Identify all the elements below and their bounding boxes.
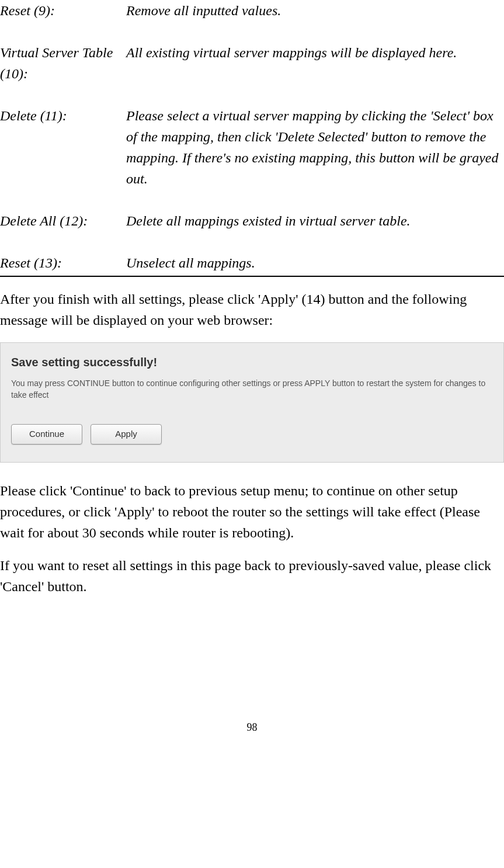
definition-description: Unselect all mappings.: [126, 252, 504, 273]
dialog-text: You may press CONTINUE button to continu…: [11, 378, 493, 401]
definition-description: All existing virtual server mappings wil…: [126, 42, 504, 84]
save-dialog-figure: Save setting successfully! You may press…: [0, 342, 504, 463]
dialog-title: Save setting successfully!: [11, 353, 493, 371]
definition-description: Remove all inputted values.: [126, 0, 504, 21]
definition-term: Delete (11):: [0, 105, 126, 189]
paragraph-continue-info: Please click 'Continue' to back to previ…: [0, 480, 504, 543]
definition-term: Reset (9):: [0, 0, 126, 21]
definition-description: Delete all mappings existed in virtual s…: [126, 210, 504, 231]
definition-row: Reset (9): Remove all inputted values.: [0, 0, 504, 21]
apply-button[interactable]: Apply: [91, 424, 162, 445]
definition-row: Virtual Server Table (10): All existing …: [0, 42, 504, 84]
definition-term: Virtual Server Table (10):: [0, 42, 126, 84]
definition-term: Delete All (12):: [0, 210, 126, 231]
continue-button[interactable]: Continue: [11, 424, 82, 445]
definition-description: Please select a virtual server mapping b…: [126, 105, 504, 189]
definition-term: Reset (13):: [0, 252, 126, 273]
definition-row: Reset (13): Unselect all mappings.: [0, 252, 504, 273]
definition-row: Delete All (12): Delete all mappings exi…: [0, 210, 504, 231]
definitions-table: Reset (9): Remove all inputted values. V…: [0, 0, 504, 277]
definition-row: Delete (11): Please select a virtual ser…: [0, 105, 504, 189]
dialog-button-row: Continue Apply: [11, 424, 493, 445]
paragraph-after-settings: After you finish with all settings, plea…: [0, 289, 504, 331]
paragraph-cancel-info: If you want to reset all settings in thi…: [0, 555, 504, 597]
page-number: 98: [0, 720, 504, 735]
